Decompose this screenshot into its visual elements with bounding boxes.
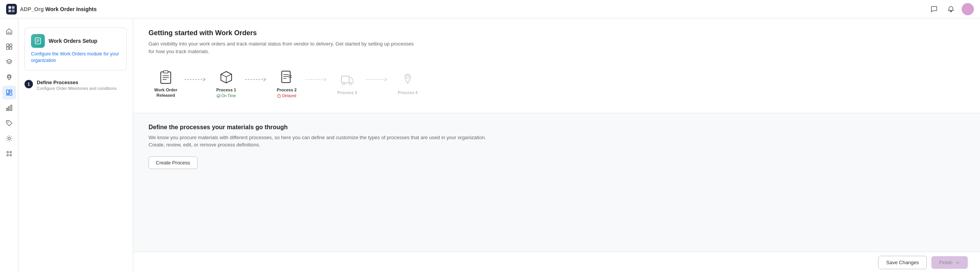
sidebar: [0, 0, 18, 273]
logo: [6, 4, 17, 15]
setup-card-title: Work Orders Setup: [49, 38, 97, 44]
arrow-right-icon: [955, 260, 960, 265]
step-number-1: 1: [24, 80, 33, 88]
chart-icon: [6, 104, 13, 111]
flow-arrow-3: [305, 76, 328, 83]
setup-card-desc-prefix: Configure the: [31, 51, 60, 57]
flow-node-process-3: Process 3: [330, 72, 364, 95]
flow-label-process-3: Process 3: [337, 90, 357, 95]
step-item-1: 1 Define Processes Configure Order Miles…: [24, 76, 127, 94]
svg-rect-28: [163, 71, 168, 73]
user-avatar[interactable]: [962, 3, 974, 15]
setup-card-header: Work Orders Setup: [31, 34, 120, 48]
svg-rect-15: [8, 107, 10, 110]
step-title-1: Define Processes: [37, 80, 117, 85]
create-process-button[interactable]: Create Process: [149, 156, 198, 169]
pin-icon: [401, 73, 414, 87]
sidebar-item-apps[interactable]: [2, 147, 16, 161]
check-circle-icon: [217, 94, 220, 98]
flow-node-process-2: Process 2 Delayed: [270, 70, 304, 98]
process-3-icon: [340, 72, 355, 88]
bell-icon: [947, 6, 954, 13]
setup-card-icon: [31, 34, 45, 48]
topbar-org: ADP_Org: [20, 6, 44, 12]
bottom-bar: Save Changes Finish: [133, 252, 980, 273]
sidebar-item-dashboard[interactable]: [2, 86, 16, 99]
content-area: Getting started with Work Orders Gain vi…: [133, 18, 980, 252]
svg-rect-13: [7, 94, 9, 95]
settings-icon: [6, 135, 13, 142]
svg-rect-16: [11, 105, 12, 110]
flow-label-process-2: Process 2: [277, 87, 297, 93]
process-2-icon: [279, 70, 294, 85]
clipboard-icon: [160, 70, 172, 84]
sidebar-item-location[interactable]: [2, 70, 16, 84]
setup-card-desc-link[interactable]: Work Orders module: [60, 51, 102, 57]
svg-point-9: [8, 76, 10, 78]
process-1-icon: [219, 70, 234, 85]
svg-rect-8: [10, 47, 12, 49]
svg-rect-36: [282, 71, 290, 83]
step-desc-1: Configure Order Milestones and condition…: [37, 86, 117, 91]
sidebar-item-chart[interactable]: [2, 101, 16, 115]
flow-label-process-4: Process 4: [398, 90, 418, 95]
flow-status-process-2: Delayed: [277, 94, 296, 98]
topbar-title: Work Order Insights: [45, 6, 96, 12]
define-desc: We know you procure materials with diffe…: [149, 134, 493, 149]
svg-rect-3: [12, 10, 15, 12]
work-orders-icon: [34, 37, 42, 45]
main-container: Work Orders Setup Configure the Work Ord…: [18, 18, 980, 273]
svg-rect-14: [7, 108, 8, 110]
getting-started-title: Getting started with Work Orders: [149, 29, 965, 37]
svg-rect-0: [8, 6, 11, 9]
layers-icon: [6, 58, 13, 65]
finish-button: Finish: [931, 256, 968, 269]
svg-rect-1: [12, 6, 15, 9]
svg-point-18: [8, 137, 10, 140]
finish-button-label: Finish: [939, 260, 952, 265]
box-icon: [220, 70, 233, 84]
flow-label-process-1: Process 1: [216, 87, 236, 93]
define-section: Define the processes your materials go t…: [133, 113, 980, 180]
flow-arrow-2: [245, 76, 268, 83]
warning-circle-icon: [277, 94, 281, 98]
sidebar-item-tag[interactable]: [2, 116, 16, 130]
sidebar-item-settings[interactable]: [2, 132, 16, 145]
svg-rect-10: [7, 90, 9, 93]
svg-rect-6: [10, 44, 12, 46]
svg-point-17: [7, 122, 8, 123]
flow-node-process-4: Process 4: [390, 72, 425, 95]
process-4-icon: [400, 72, 415, 88]
svg-rect-2: [8, 10, 11, 12]
process-flow: Work Order Released: [149, 66, 965, 102]
flow-node-process-1: Process 1 On Time: [209, 70, 243, 98]
tag-icon: [6, 120, 13, 127]
svg-point-19: [7, 151, 8, 153]
svg-point-34: [217, 94, 220, 98]
chat-icon-button[interactable]: [928, 3, 940, 15]
svg-rect-11: [10, 90, 12, 91]
topbar-actions: [928, 3, 974, 15]
flow-status-process-1: On Time: [217, 94, 236, 98]
svg-rect-46: [341, 76, 349, 83]
getting-started-desc: Gain visibility into your work orders an…: [149, 40, 416, 55]
setup-card-desc: Configure the Work Orders module for you…: [31, 51, 120, 64]
svg-rect-7: [7, 47, 9, 49]
left-panel: Work Orders Setup Configure the Work Ord…: [18, 18, 133, 273]
sidebar-item-home[interactable]: [2, 24, 16, 38]
getting-started-section: Getting started with Work Orders Gain vi…: [133, 18, 980, 113]
right-panel: Getting started with Work Orders Gain vi…: [133, 18, 980, 273]
work-order-icon: [158, 70, 173, 85]
chat-icon: [931, 6, 938, 13]
svg-point-22: [10, 154, 11, 156]
notification-icon-button[interactable]: [945, 3, 957, 15]
apps-icon: [6, 150, 13, 157]
flow-arrow-1: [185, 76, 207, 83]
sidebar-item-layers[interactable]: [2, 55, 16, 69]
sidebar-item-grid[interactable]: [2, 40, 16, 54]
home-icon: [6, 28, 13, 35]
grid-icon: [6, 43, 13, 50]
step-content: Define Processes Configure Order Milesto…: [37, 80, 117, 91]
svg-point-20: [10, 151, 11, 153]
save-changes-button[interactable]: Save Changes: [878, 256, 927, 269]
